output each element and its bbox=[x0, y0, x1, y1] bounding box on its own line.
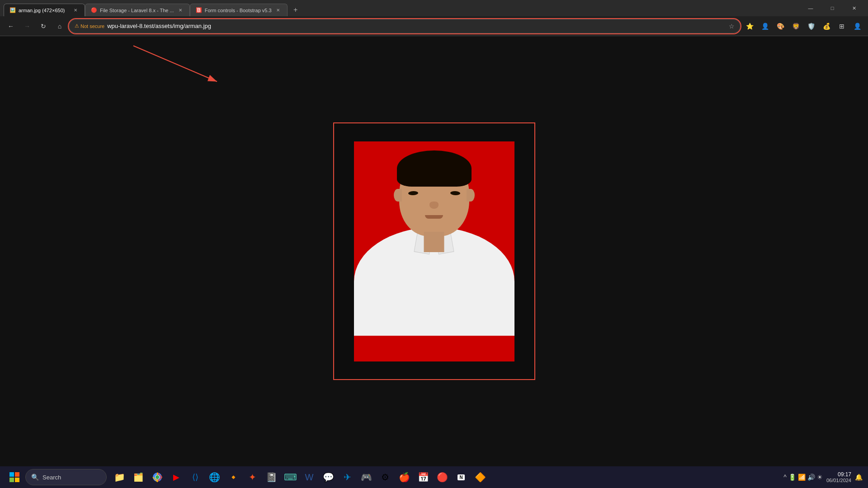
taskbar-app-calendar[interactable]: 📅 bbox=[414, 468, 432, 486]
taskbar-app-vscode[interactable]: ⟨⟩ bbox=[186, 468, 204, 486]
svg-rect-5 bbox=[15, 478, 19, 482]
tab-bar: 🖼️ arman.jpg (472×650) ✕ 🔴 File Storage … bbox=[0, 0, 800, 16]
whatsapp-icon: 💬 bbox=[323, 472, 334, 483]
photo-display bbox=[354, 141, 514, 361]
volume-icon[interactable]: 🔊 bbox=[807, 474, 815, 481]
tab-close-2[interactable]: ✕ bbox=[177, 7, 184, 14]
taskbar-app-fruit[interactable]: 🍎 bbox=[395, 468, 413, 486]
nav-bar: ← → ↻ ⌂ ⚠ Not secure wpu-laravel-8.test/… bbox=[0, 16, 868, 36]
search-icon: 🔍 bbox=[31, 474, 39, 481]
explorer-icon: 🗂️ bbox=[133, 472, 143, 482]
clock-date: 06/01/2024 bbox=[826, 478, 851, 483]
taskbar-app-tomato[interactable]: 🔴 bbox=[433, 468, 451, 486]
wallet-icon[interactable]: 💰 bbox=[819, 19, 834, 33]
bookmark-icon[interactable]: ☆ bbox=[729, 23, 735, 30]
taskbar-app-figma[interactable]: ✦ bbox=[243, 468, 261, 486]
system-tray: ^ 🔋 📶 🔊 ☀ bbox=[783, 474, 823, 481]
minimize-button[interactable]: — bbox=[800, 0, 821, 16]
url-text: wpu-laravel-8.test/assets/img/arman.jpg bbox=[107, 23, 726, 29]
taskbar-app-activity[interactable]: ⚙ bbox=[376, 468, 394, 486]
start-button[interactable] bbox=[5, 468, 24, 486]
tab-bootstrap[interactable]: 🅱️ Form controls - Bootstrap v5.3 ✕ bbox=[190, 4, 288, 16]
tab-title-1: arman.jpg (472×650) bbox=[19, 8, 69, 13]
taskbar-app-youtube[interactable]: ▶ bbox=[167, 468, 185, 486]
taskbar-app-chrome[interactable] bbox=[148, 468, 166, 486]
brave-icon[interactable]: 🦁 bbox=[788, 19, 803, 33]
youtube-icon: ▶ bbox=[173, 472, 179, 482]
svg-line-1 bbox=[133, 46, 217, 81]
person-ear-right bbox=[467, 189, 475, 202]
taskbar-app-wordpress[interactable]: 🌐 bbox=[205, 468, 223, 486]
reload-button[interactable]: ↻ bbox=[36, 19, 51, 33]
discord-icon: 🎮 bbox=[361, 472, 372, 483]
taskbar-app-discord[interactable]: 🎮 bbox=[357, 468, 375, 486]
terminal-icon: ⌨ bbox=[284, 472, 297, 483]
browser-profile-icon[interactable]: 👤 bbox=[758, 19, 772, 33]
taskbar-app-vlc[interactable]: 🔶 bbox=[471, 468, 489, 486]
address-bar[interactable]: ⚠ Not secure wpu-laravel-8.test/assets/i… bbox=[69, 19, 741, 33]
notion-icon: 📓 bbox=[266, 472, 277, 483]
extensions-icon[interactable]: ⭐ bbox=[742, 19, 757, 33]
taskbar-search-bar[interactable]: 🔍 Search bbox=[25, 469, 107, 485]
taskbar-app-files[interactable]: 📁 bbox=[110, 468, 128, 486]
new-tab-button[interactable]: + bbox=[289, 4, 302, 16]
tab-favicon-1: 🖼️ bbox=[9, 7, 16, 14]
shields-icon[interactable]: 🛡️ bbox=[804, 19, 818, 33]
sidebar-toggle-icon[interactable]: ⊞ bbox=[835, 19, 849, 33]
image-container bbox=[333, 122, 535, 380]
wordpress-icon: 🌐 bbox=[209, 472, 220, 483]
maximize-button[interactable]: □ bbox=[822, 0, 843, 16]
brightness-icon[interactable]: ☀ bbox=[817, 474, 823, 481]
network-icon[interactable]: 📶 bbox=[798, 474, 806, 481]
tab-close-1[interactable]: ✕ bbox=[72, 7, 79, 14]
svg-point-8 bbox=[156, 475, 159, 479]
taskbar-app-whatsapp[interactable]: 💬 bbox=[319, 468, 337, 486]
activity-icon: ⚙ bbox=[381, 472, 389, 483]
taskbar-app-explorer[interactable]: 🗂️ bbox=[129, 468, 147, 486]
nav-right-icons: ⭐ 👤 🎨 🦁 🛡️ 💰 ⊞ 👤 bbox=[742, 19, 864, 33]
fruit-icon: 🍎 bbox=[399, 472, 410, 483]
svg-rect-4 bbox=[9, 478, 14, 482]
figma-icon: ✦ bbox=[249, 472, 256, 483]
taskbar-clock[interactable]: 09:17 06/01/2024 bbox=[826, 471, 851, 483]
taskbar-app-notion2[interactable]: N bbox=[452, 468, 470, 486]
chevron-icon[interactable]: ^ bbox=[783, 474, 787, 481]
person-head bbox=[399, 153, 469, 236]
close-button[interactable]: ✕ bbox=[844, 0, 864, 16]
calendar-icon: 📅 bbox=[418, 472, 429, 483]
tomato-icon: 🔴 bbox=[437, 472, 448, 483]
warning-icon: ⚠ bbox=[75, 23, 79, 29]
person-nose bbox=[429, 202, 439, 209]
taskbar-app-word[interactable]: W bbox=[300, 468, 318, 486]
notification-icon[interactable]: 🔔 bbox=[855, 474, 863, 481]
page-content bbox=[0, 36, 868, 466]
svg-rect-2 bbox=[9, 472, 14, 477]
taskbar-apps: 📁 🗂️ ▶ ⟨⟩ 🌐 bbox=[110, 468, 489, 486]
tab-laravel[interactable]: 🔴 File Storage - Laravel 8.x - The ... ✕ bbox=[85, 4, 190, 16]
tab-arman-jpg[interactable]: 🖼️ arman.jpg (472×650) ✕ bbox=[4, 4, 85, 16]
forward-button[interactable]: → bbox=[20, 19, 34, 33]
back-button[interactable]: ← bbox=[4, 19, 18, 33]
vscode-icon: ⟨⟩ bbox=[192, 472, 198, 482]
taskbar-app-telegram[interactable]: ✈ bbox=[338, 468, 356, 486]
svg-rect-3 bbox=[15, 472, 19, 477]
person-ear-left bbox=[394, 189, 402, 202]
security-indicator: ⚠ Not secure bbox=[75, 23, 104, 29]
tab-close-3[interactable]: ✕ bbox=[274, 7, 282, 14]
profile-avatar[interactable]: 👤 bbox=[850, 19, 864, 33]
word-icon: W bbox=[305, 472, 314, 483]
tab-favicon-3: 🅱️ bbox=[196, 7, 202, 14]
home-button[interactable]: ⌂ bbox=[52, 19, 67, 33]
telegram-icon: ✈ bbox=[344, 472, 351, 483]
search-placeholder: Search bbox=[42, 474, 61, 481]
person-mouth bbox=[425, 215, 443, 219]
taskbar-app-orange[interactable]: 🔸 bbox=[224, 468, 242, 486]
color-picker-icon[interactable]: 🎨 bbox=[773, 19, 788, 33]
taskbar-app-notion[interactable]: 📓 bbox=[262, 468, 280, 486]
taskbar-app-terminal[interactable]: ⌨ bbox=[281, 468, 299, 486]
title-bar: 🖼️ arman.jpg (472×650) ✕ 🔴 File Storage … bbox=[0, 0, 868, 16]
person-neck bbox=[424, 232, 444, 252]
battery-icon[interactable]: 🔋 bbox=[788, 474, 796, 481]
person-eyes bbox=[408, 191, 460, 195]
clock-time: 09:17 bbox=[826, 471, 851, 478]
